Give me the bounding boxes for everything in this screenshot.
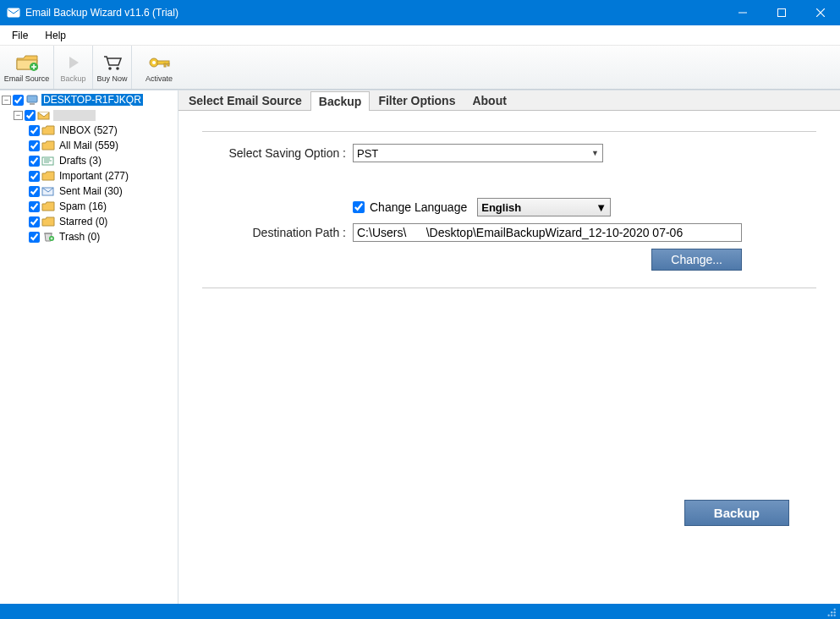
tree-folder-label: Trash (0) [58,231,102,243]
svg-point-24 [831,611,832,613]
tree-root[interactable]: − DESKTOP-R1FJKQR [0,92,178,107]
tree-checkbox[interactable] [29,216,40,227]
svg-point-25 [834,609,836,611]
expand-toggle-icon[interactable]: − [2,96,11,105]
tree-checkbox[interactable] [29,125,40,136]
folder-icon [41,231,55,243]
backup-button[interactable]: Backup [684,500,789,526]
tree-folder-label: Starred (0) [58,216,109,227]
svg-point-22 [828,615,830,616]
tab-about[interactable]: About [464,90,514,110]
tree-folder-label: Drafts (3) [58,155,103,167]
tree-checkbox[interactable] [29,201,40,212]
toolbar-backup[interactable]: Backup [54,46,93,89]
close-button[interactable] [801,0,840,25]
tree-checkbox[interactable] [25,110,36,121]
tree-folder[interactable]: All Mail (559) [0,138,178,153]
change-language-checkbox[interactable] [353,201,365,213]
svg-point-10 [152,61,156,64]
folder-icon [41,124,55,136]
chevron-down-icon: ▼ [596,201,607,214]
folder-icon [41,185,55,197]
tree-checkbox[interactable] [29,186,40,197]
saving-option-value: PST [357,147,378,160]
toolbar-email-source[interactable]: Email Source [0,46,54,89]
app-icon [7,6,20,19]
svg-point-7 [108,67,112,70]
tree-checkbox[interactable] [29,140,40,151]
svg-rect-13 [167,63,169,66]
tree-folder[interactable]: Important (277) [0,168,178,184]
svg-point-8 [116,67,119,70]
destination-path-input[interactable] [353,223,742,242]
language-select[interactable]: English ▼ [477,198,611,216]
tree-folder[interactable]: Starred (0) [0,214,178,229]
toolbar-buy-now[interactable]: Buy Now [93,46,132,89]
tab-backup[interactable]: Backup [310,91,371,111]
tab-bar: Select Email Source Backup Filter Option… [178,90,840,111]
tree-folder-label: Important (277) [58,170,130,182]
key-icon [147,52,171,73]
menu-file[interactable]: File [3,27,36,44]
svg-rect-15 [30,103,35,105]
resize-grip-icon[interactable] [825,605,837,617]
toolbar-label: Backup [60,74,85,83]
tree-folder-label: Sent Mail (30) [58,185,124,197]
tree-checkbox[interactable] [29,171,40,182]
svg-rect-12 [164,63,166,67]
tree-folder-label: All Mail (559) [58,140,120,151]
folder-tree[interactable]: − DESKTOP-R1FJKQR − INBOX (527)All Mail … [0,90,178,604]
destination-path-label: Destination Path : [202,226,353,239]
change-button[interactable]: Change... [651,249,742,271]
tree-folder[interactable]: Sent Mail (30) [0,184,178,199]
tree-folder[interactable]: Trash (0) [0,229,178,244]
toolbar-label: Buy Now [96,74,127,83]
computer-icon [25,94,39,106]
backup-panel: Select Saving Option : PST ▼ Change Lang… [178,111,840,604]
tree-folder[interactable]: Drafts (3) [0,153,178,168]
expand-toggle-icon[interactable]: − [14,111,23,120]
folder-icon [41,155,55,167]
tree-folder-label: Spam (16) [58,200,108,212]
tree-folder[interactable]: Spam (16) [0,199,178,214]
folder-icon [41,200,55,212]
mailbox-icon [37,109,51,121]
tree-folder-label: INBOX (527) [58,124,119,136]
tree-checkbox[interactable] [13,95,24,106]
svg-point-20 [834,615,836,616]
change-language-text: Change Language [370,200,467,214]
status-bar [0,604,840,619]
tree-checkbox[interactable] [29,156,40,167]
change-language-checkbox-label[interactable]: Change Language [353,200,467,214]
tree-checkbox[interactable] [29,232,40,243]
svg-rect-14 [27,96,37,102]
folder-add-icon [15,52,39,73]
toolbar-activate[interactable]: Activate [132,46,186,89]
menu-help[interactable]: Help [36,27,74,44]
tab-select-email-source[interactable]: Select Email Source [180,90,310,110]
saving-option-select[interactable]: PST ▼ [353,144,603,162]
saving-option-label: Select Saving Option : [202,146,353,160]
tree-folder[interactable]: INBOX (527) [0,123,178,138]
title-bar: Email Backup Wizard v11.6 (Trial) [0,0,840,25]
language-value: English [481,201,521,214]
svg-point-21 [831,615,832,616]
folder-icon [41,140,55,151]
folder-icon [41,216,55,227]
tree-account[interactable]: − [0,107,178,123]
folder-icon [41,170,55,182]
toolbar-label: Activate [145,74,173,83]
maximize-button[interactable] [762,0,801,25]
menu-bar: File Help [0,25,840,46]
tree-account-label [53,110,96,121]
cart-icon [102,52,123,73]
toolbar: Email Source Backup Buy Now Activate [0,46,840,90]
window-title: Email Backup Wizard v11.6 (Trial) [25,7,723,19]
tab-filter-options[interactable]: Filter Options [370,90,464,110]
play-icon [65,52,82,73]
chevron-down-icon: ▼ [591,149,602,157]
svg-point-23 [834,611,836,613]
svg-rect-3 [778,9,786,17]
tree-root-label[interactable]: DESKTOP-R1FJKQR [41,94,143,106]
minimize-button[interactable] [723,0,762,25]
